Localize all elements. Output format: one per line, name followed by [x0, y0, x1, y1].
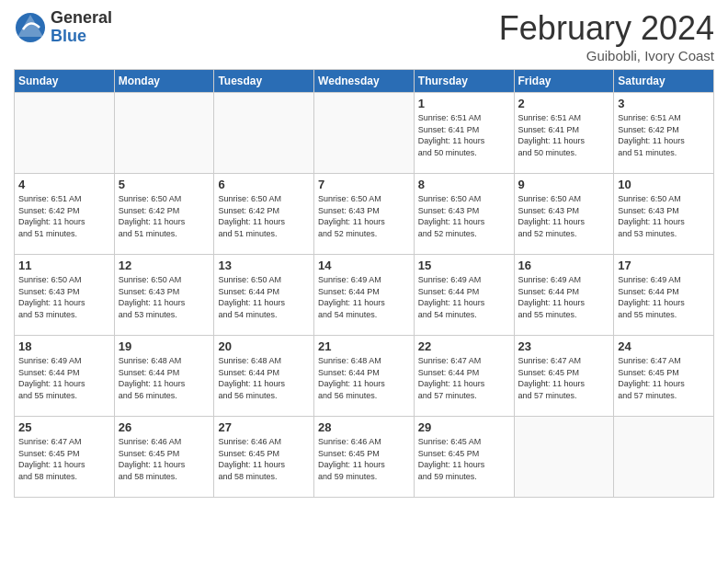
page: General Blue February 2024 Guibobli, Ivo…: [0, 0, 728, 563]
day-number: 13: [218, 259, 310, 272]
week-row-0: 1Sunrise: 6:51 AM Sunset: 6:41 PM Daylig…: [15, 93, 714, 174]
calendar-cell: 10Sunrise: 6:50 AM Sunset: 6:43 PM Dayli…: [614, 174, 714, 255]
calendar-cell: 2Sunrise: 6:51 AM Sunset: 6:41 PM Daylig…: [514, 93, 614, 174]
calendar-cell: 24Sunrise: 6:47 AM Sunset: 6:45 PM Dayli…: [614, 336, 714, 417]
calendar-header-row: SundayMondayTuesdayWednesdayThursdayFrid…: [15, 70, 714, 93]
day-info: Sunrise: 6:46 AM Sunset: 6:45 PM Dayligh…: [318, 436, 410, 482]
day-number: 14: [318, 259, 410, 272]
calendar-header-monday: Monday: [114, 70, 214, 93]
calendar-header-thursday: Thursday: [414, 70, 514, 93]
day-number: 6: [218, 178, 310, 191]
logo-general-text: General: [51, 9, 112, 28]
week-row-2: 11Sunrise: 6:50 AM Sunset: 6:43 PM Dayli…: [15, 255, 714, 336]
calendar-cell: 5Sunrise: 6:50 AM Sunset: 6:42 PM Daylig…: [114, 174, 214, 255]
calendar-cell: [214, 93, 314, 174]
day-number: 1: [418, 97, 510, 110]
day-info: Sunrise: 6:50 AM Sunset: 6:43 PM Dayligh…: [18, 274, 110, 320]
calendar-cell: 29Sunrise: 6:45 AM Sunset: 6:45 PM Dayli…: [414, 417, 514, 498]
calendar-cell: 15Sunrise: 6:49 AM Sunset: 6:44 PM Dayli…: [414, 255, 514, 336]
day-number: 23: [518, 339, 610, 353]
week-row-1: 4Sunrise: 6:51 AM Sunset: 6:42 PM Daylig…: [15, 174, 714, 255]
day-info: Sunrise: 6:45 AM Sunset: 6:45 PM Dayligh…: [418, 436, 510, 482]
day-number: 25: [18, 420, 110, 434]
day-number: 9: [518, 178, 610, 191]
calendar-cell: 12Sunrise: 6:50 AM Sunset: 6:43 PM Dayli…: [114, 255, 214, 336]
day-number: 19: [119, 339, 210, 353]
day-info: Sunrise: 6:48 AM Sunset: 6:44 PM Dayligh…: [119, 355, 210, 401]
day-info: Sunrise: 6:51 AM Sunset: 6:42 PM Dayligh…: [618, 112, 710, 158]
calendar-header-friday: Friday: [514, 70, 614, 93]
calendar-cell: 27Sunrise: 6:46 AM Sunset: 6:45 PM Dayli…: [214, 417, 314, 498]
day-number: 3: [618, 97, 710, 110]
logo: General Blue: [14, 9, 112, 46]
day-info: Sunrise: 6:47 AM Sunset: 6:45 PM Dayligh…: [18, 436, 110, 482]
day-info: Sunrise: 6:50 AM Sunset: 6:43 PM Dayligh…: [318, 193, 410, 239]
day-info: Sunrise: 6:50 AM Sunset: 6:43 PM Dayligh…: [518, 193, 610, 239]
day-info: Sunrise: 6:46 AM Sunset: 6:45 PM Dayligh…: [218, 436, 310, 482]
day-info: Sunrise: 6:49 AM Sunset: 6:44 PM Dayligh…: [518, 274, 610, 320]
calendar-cell: 18Sunrise: 6:49 AM Sunset: 6:44 PM Dayli…: [15, 336, 115, 417]
calendar-cell: [114, 93, 214, 174]
logo-text: General Blue: [51, 9, 112, 46]
day-info: Sunrise: 6:49 AM Sunset: 6:44 PM Dayligh…: [418, 274, 510, 320]
day-number: 8: [418, 178, 510, 191]
day-info: Sunrise: 6:47 AM Sunset: 6:45 PM Dayligh…: [518, 355, 610, 401]
title-block: February 2024 Guibobli, Ivory Coast: [499, 9, 714, 63]
day-info: Sunrise: 6:48 AM Sunset: 6:44 PM Dayligh…: [318, 355, 410, 401]
calendar-cell: [614, 417, 714, 498]
day-number: 17: [618, 259, 710, 272]
title-month: February 2024: [499, 9, 714, 48]
calendar-header-tuesday: Tuesday: [214, 70, 314, 93]
calendar-cell: 14Sunrise: 6:49 AM Sunset: 6:44 PM Dayli…: [314, 255, 415, 336]
day-info: Sunrise: 6:50 AM Sunset: 6:44 PM Dayligh…: [218, 274, 310, 320]
day-info: Sunrise: 6:50 AM Sunset: 6:42 PM Dayligh…: [119, 193, 210, 239]
day-info: Sunrise: 6:50 AM Sunset: 6:43 PM Dayligh…: [119, 274, 210, 320]
day-info: Sunrise: 6:47 AM Sunset: 6:45 PM Dayligh…: [618, 355, 710, 401]
calendar-cell: 28Sunrise: 6:46 AM Sunset: 6:45 PM Dayli…: [314, 417, 415, 498]
day-number: 29: [418, 420, 510, 434]
day-info: Sunrise: 6:48 AM Sunset: 6:44 PM Dayligh…: [218, 355, 310, 401]
calendar: SundayMondayTuesdayWednesdayThursdayFrid…: [14, 69, 714, 498]
calendar-cell: 6Sunrise: 6:50 AM Sunset: 6:42 PM Daylig…: [214, 174, 314, 255]
day-number: 11: [18, 259, 110, 272]
calendar-header-saturday: Saturday: [614, 70, 714, 93]
day-number: 2: [518, 97, 610, 110]
calendar-cell: 9Sunrise: 6:50 AM Sunset: 6:43 PM Daylig…: [514, 174, 614, 255]
day-info: Sunrise: 6:50 AM Sunset: 6:42 PM Dayligh…: [218, 193, 310, 239]
day-info: Sunrise: 6:51 AM Sunset: 6:41 PM Dayligh…: [518, 112, 610, 158]
calendar-cell: 19Sunrise: 6:48 AM Sunset: 6:44 PM Dayli…: [114, 336, 214, 417]
title-location: Guibobli, Ivory Coast: [499, 48, 714, 63]
calendar-cell: 22Sunrise: 6:47 AM Sunset: 6:44 PM Dayli…: [414, 336, 514, 417]
calendar-cell: 8Sunrise: 6:50 AM Sunset: 6:43 PM Daylig…: [414, 174, 514, 255]
day-number: 10: [618, 178, 710, 191]
calendar-cell: 1Sunrise: 6:51 AM Sunset: 6:41 PM Daylig…: [414, 93, 514, 174]
calendar-cell: 20Sunrise: 6:48 AM Sunset: 6:44 PM Dayli…: [214, 336, 314, 417]
calendar-cell: 23Sunrise: 6:47 AM Sunset: 6:45 PM Dayli…: [514, 336, 614, 417]
calendar-cell: 26Sunrise: 6:46 AM Sunset: 6:45 PM Dayli…: [114, 417, 214, 498]
day-number: 16: [518, 259, 610, 272]
logo-icon: [14, 11, 47, 44]
calendar-cell: 21Sunrise: 6:48 AM Sunset: 6:44 PM Dayli…: [314, 336, 415, 417]
calendar-cell: 3Sunrise: 6:51 AM Sunset: 6:42 PM Daylig…: [614, 93, 714, 174]
calendar-cell: [514, 417, 614, 498]
calendar-header-wednesday: Wednesday: [314, 70, 415, 93]
calendar-cell: 4Sunrise: 6:51 AM Sunset: 6:42 PM Daylig…: [15, 174, 115, 255]
day-number: 27: [218, 420, 310, 434]
day-number: 28: [318, 420, 410, 434]
day-number: 24: [618, 339, 710, 353]
header: General Blue February 2024 Guibobli, Ivo…: [14, 9, 714, 63]
calendar-header-sunday: Sunday: [15, 70, 115, 93]
calendar-cell: 13Sunrise: 6:50 AM Sunset: 6:44 PM Dayli…: [214, 255, 314, 336]
day-info: Sunrise: 6:50 AM Sunset: 6:43 PM Dayligh…: [618, 193, 710, 239]
day-number: 4: [18, 178, 110, 191]
day-number: 12: [119, 259, 210, 272]
day-info: Sunrise: 6:50 AM Sunset: 6:43 PM Dayligh…: [418, 193, 510, 239]
day-number: 15: [418, 259, 510, 272]
day-info: Sunrise: 6:47 AM Sunset: 6:44 PM Dayligh…: [418, 355, 510, 401]
calendar-cell: [15, 93, 115, 174]
day-number: 5: [119, 178, 210, 191]
logo-blue-text: Blue: [51, 28, 112, 46]
calendar-cell: 16Sunrise: 6:49 AM Sunset: 6:44 PM Dayli…: [514, 255, 614, 336]
day-info: Sunrise: 6:49 AM Sunset: 6:44 PM Dayligh…: [18, 355, 110, 401]
day-number: 20: [218, 339, 310, 353]
